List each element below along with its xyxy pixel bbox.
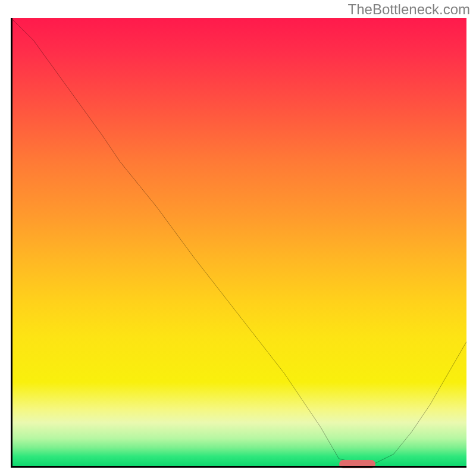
bottleneck-curve (11, 18, 466, 468)
watermark-text: TheBottleneck.com (348, 1, 470, 18)
curve-path (11, 18, 466, 463)
plot-area (11, 18, 466, 468)
chart-stage: TheBottleneck.com (0, 0, 476, 476)
optimal-range-pill (339, 460, 375, 468)
